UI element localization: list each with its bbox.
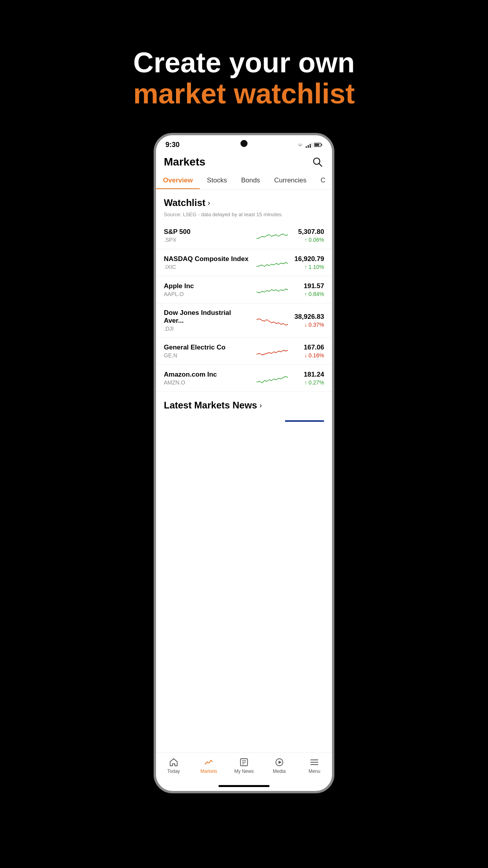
nav-menu-label: Menu — [308, 769, 320, 774]
stock-ticker: AAPL.O — [164, 291, 252, 297]
phone-frame: 9:30 — [154, 133, 334, 793]
nav-markets-label: Markets — [200, 769, 217, 774]
stock-price: 5,307.80 — [293, 228, 324, 236]
stock-price: 181.24 — [293, 371, 324, 379]
tab-bonds[interactable]: Bonds — [234, 172, 267, 189]
app-title: Markets — [164, 156, 205, 168]
stock-name: Amazon.com Inc — [164, 371, 252, 379]
stock-price: 191.57 — [293, 282, 324, 290]
app-header: Markets — [156, 151, 332, 172]
nav-menu[interactable]: Menu — [297, 756, 332, 776]
stock-values: 181.24 ↑ 0.27% — [293, 371, 324, 386]
svg-rect-3 — [312, 143, 312, 148]
stock-change: ↑ 0.06% — [293, 237, 324, 243]
progress-bar-area — [156, 417, 332, 422]
search-button[interactable] — [311, 155, 324, 169]
stock-chart-amzn — [257, 370, 288, 386]
svg-marker-14 — [279, 761, 282, 764]
play-icon — [275, 758, 284, 767]
chart-icon — [204, 758, 213, 767]
stock-name: NASDAQ Composite Index — [164, 255, 252, 263]
nav-today[interactable]: Today — [156, 756, 191, 776]
home-icon — [169, 758, 178, 767]
scroll-content[interactable]: Watchlist › Source: LSEG - data delayed … — [156, 189, 332, 752]
status-time: 9:30 — [165, 141, 180, 149]
stock-name: Dow Jones Industrial Aver... — [164, 309, 252, 325]
news-title: Latest Markets News — [164, 400, 257, 411]
stock-row[interactable]: NASDAQ Composite Index .IXIC 16,920.79 ↑… — [156, 249, 332, 276]
stock-ticker: .IXIC — [164, 264, 252, 270]
battery-icon — [314, 142, 323, 147]
nav-today-label: Today — [167, 769, 180, 774]
watchlist-header[interactable]: Watchlist › — [156, 189, 332, 210]
tab-currencies[interactable]: Currencies — [267, 172, 314, 189]
status-icons — [297, 142, 323, 148]
wifi-icon — [297, 142, 304, 148]
signal-icon — [305, 142, 312, 148]
stock-chart-dji — [257, 313, 288, 328]
svg-rect-0 — [306, 146, 307, 148]
stock-info: General Electric Co GE.N — [164, 344, 252, 359]
stock-info: S&P 500 .SPX — [164, 228, 252, 243]
tab-stocks[interactable]: Stocks — [200, 172, 234, 189]
stock-values: 16,920.79 ↑ 1.10% — [293, 255, 324, 270]
watchlist-arrow: › — [208, 199, 210, 207]
stock-values: 167.06 ↓ 0.16% — [293, 344, 324, 359]
nav-markets[interactable]: Markets — [191, 756, 227, 776]
stock-info: Apple Inc AAPL.O — [164, 282, 252, 297]
status-bar: 9:30 — [156, 135, 332, 151]
stock-name: Apple Inc — [164, 282, 252, 290]
nav-media-label: Media — [273, 769, 286, 774]
news-arrow: › — [259, 401, 262, 410]
stock-values: 5,307.80 ↑ 0.06% — [293, 228, 324, 243]
stock-change: ↑ 0.27% — [293, 379, 324, 386]
phone-screen: 9:30 — [156, 135, 332, 791]
nav-media[interactable]: Media — [262, 756, 297, 776]
stock-row[interactable]: Amazon.com Inc AMZN.O 181.24 ↑ 0.27% — [156, 365, 332, 392]
stock-info: NASDAQ Composite Index .IXIC — [164, 255, 252, 270]
search-icon — [312, 157, 323, 167]
stock-name: S&P 500 — [164, 228, 252, 236]
news-title-row: Latest Markets News › — [164, 400, 324, 411]
news-section[interactable]: Latest Markets News › — [156, 392, 332, 417]
stock-name: General Electric Co — [164, 344, 252, 351]
stock-price: 16,920.79 — [293, 255, 324, 263]
svg-line-8 — [319, 164, 322, 166]
svg-rect-5 — [315, 144, 319, 146]
progress-bar — [285, 420, 324, 422]
nav-mynews[interactable]: My News — [226, 756, 262, 776]
stock-change: ↑ 1.10% — [293, 264, 324, 270]
stock-chart-ixic — [257, 255, 288, 270]
svg-rect-2 — [310, 144, 311, 148]
watchlist-title: Watchlist — [164, 197, 205, 208]
camera-dot — [240, 140, 248, 147]
stock-chart-ge — [257, 343, 288, 359]
stock-ticker: AMZN.O — [164, 379, 252, 386]
stock-row[interactable]: Dow Jones Industrial Aver... .DJI 38,926… — [156, 303, 332, 338]
stock-values: 191.57 ↑ 0.84% — [293, 282, 324, 297]
stock-info: Amazon.com Inc AMZN.O — [164, 371, 252, 386]
stock-row[interactable]: Apple Inc AAPL.O 191.57 ↑ 0.84% — [156, 276, 332, 303]
tab-overview[interactable]: Overview — [156, 172, 200, 189]
nav-mynews-label: My News — [234, 769, 253, 774]
tab-more[interactable]: C — [314, 172, 332, 189]
stock-ticker: GE.N — [164, 352, 252, 359]
stock-change: ↓ 0.37% — [293, 322, 324, 328]
stock-change: ↓ 0.16% — [293, 352, 324, 359]
hero-line2: market watchlist — [133, 78, 355, 109]
stock-price: 38,926.83 — [293, 313, 324, 321]
stock-row[interactable]: S&P 500 .SPX 5,307.80 ↑ 0.06% — [156, 222, 332, 249]
stock-chart-aapl — [257, 282, 288, 298]
svg-rect-1 — [308, 145, 309, 148]
tabs-bar: Overview Stocks Bonds Currencies C — [156, 172, 332, 189]
stock-info: Dow Jones Industrial Aver... .DJI — [164, 309, 252, 332]
stock-ticker: .SPX — [164, 237, 252, 243]
stock-row[interactable]: General Electric Co GE.N 167.06 ↓ 0.16% — [156, 338, 332, 365]
news-icon — [239, 758, 249, 767]
stock-values: 38,926.83 ↓ 0.37% — [293, 313, 324, 328]
menu-icon — [310, 758, 319, 767]
stock-ticker: .DJI — [164, 326, 252, 332]
hero-line1: Create your own — [133, 47, 355, 78]
stock-change: ↑ 0.84% — [293, 291, 324, 297]
home-indicator — [218, 785, 270, 787]
